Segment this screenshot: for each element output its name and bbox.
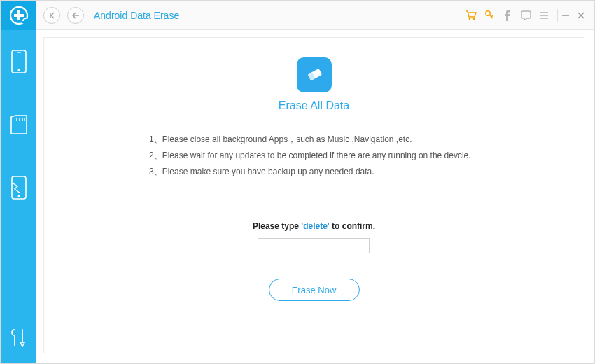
rail-phone[interactable] <box>1 30 36 93</box>
app-window: Android Data Erase <box>0 0 595 364</box>
close-button[interactable] <box>573 6 589 24</box>
sd-card-icon <box>10 114 28 135</box>
menu-button[interactable] <box>535 6 553 24</box>
content-card: Erase All Data 1、Please close all backgr… <box>43 37 584 354</box>
instruction-item: 3、Please make sure you have backup up an… <box>149 164 471 180</box>
instruction-text: Please make sure you have backup up any … <box>162 167 374 176</box>
minimize-icon <box>561 11 570 20</box>
app-logo <box>1 1 36 30</box>
facebook-button[interactable] <box>498 6 517 24</box>
instruction-index: 3、 <box>149 167 162 176</box>
eraser-icon <box>304 64 325 85</box>
right-pane: Android Data Erase <box>36 1 594 363</box>
instruction-text: Please close all background Apps，such as… <box>162 134 412 144</box>
phone-icon <box>11 50 27 74</box>
svg-line-19 <box>491 15 493 17</box>
confirm-prompt: Please type 'delete' to confirm. <box>253 221 375 231</box>
nav-back-icon <box>71 12 80 19</box>
svg-point-16 <box>473 18 475 20</box>
feedback-button[interactable] <box>517 6 535 24</box>
main-heading: Erase All Data <box>279 99 349 112</box>
tools-icon <box>10 328 28 347</box>
page-title: Android Data Erase <box>94 10 179 21</box>
svg-rect-2 <box>14 14 24 17</box>
facebook-icon <box>504 10 511 21</box>
nav-home-button[interactable] <box>43 7 60 24</box>
cart-icon <box>465 10 477 20</box>
erase-now-button[interactable]: Erase Now <box>269 279 360 301</box>
confirm-block: Please type 'delete' to confirm. <box>253 221 375 253</box>
left-rail <box>1 1 36 363</box>
close-icon <box>577 11 585 20</box>
instruction-text: Please wait for any updates to be comple… <box>162 150 471 160</box>
instruction-item: 2、Please wait for any updates to be comp… <box>149 148 471 164</box>
rail-sd-card[interactable] <box>1 93 36 156</box>
svg-point-12 <box>18 195 20 197</box>
menu-icon <box>539 11 549 20</box>
svg-point-15 <box>469 18 471 20</box>
titlebar: Android Data Erase <box>36 1 594 30</box>
nav-back-button[interactable] <box>67 7 84 24</box>
instruction-index: 1、 <box>149 134 162 144</box>
svg-rect-20 <box>522 11 531 18</box>
key-button[interactable] <box>480 6 498 24</box>
confirm-input[interactable] <box>258 238 370 253</box>
confirm-prefix: Please type <box>253 221 301 231</box>
nav-home-icon <box>48 12 55 19</box>
confirm-keyword: 'delete' <box>301 221 329 231</box>
rail-broken-phone[interactable] <box>1 156 36 219</box>
plus-medical-icon <box>9 6 29 25</box>
broken-phone-icon <box>10 175 27 200</box>
cart-button[interactable] <box>462 6 480 24</box>
rail-tools[interactable] <box>1 312 36 363</box>
instruction-list: 1、Please close all background Apps，such … <box>44 132 471 179</box>
instruction-index: 2、 <box>149 150 162 160</box>
svg-point-5 <box>18 69 20 71</box>
key-icon <box>484 10 494 20</box>
feedback-icon <box>521 10 531 20</box>
eraser-tile <box>297 57 332 92</box>
instruction-item: 1、Please close all background Apps，such … <box>149 132 471 148</box>
confirm-suffix: to confirm. <box>332 221 375 231</box>
minimize-button[interactable] <box>558 6 573 24</box>
